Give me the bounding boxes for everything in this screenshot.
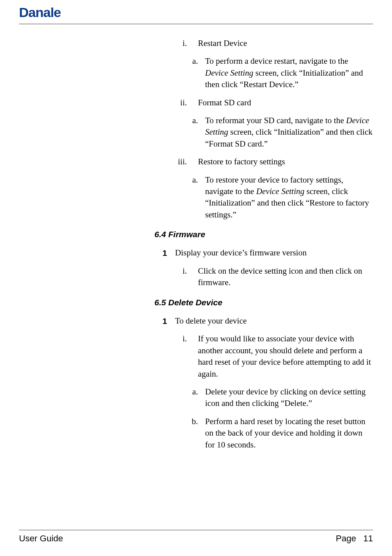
substep-delete-b: b. Perform a hard reset by locating the … — [154, 416, 373, 451]
page-label: Page — [336, 533, 356, 543]
list-marker: a. — [154, 174, 205, 221]
list-marker: 1 — [154, 247, 175, 259]
substep-delete-a: a. Delete your device by clicking on dev… — [154, 386, 373, 409]
page-number: 11 — [363, 533, 373, 543]
page-footer: User Guide Page 11 — [19, 530, 373, 545]
text-pre: To reformat your SD card, navigate to th… — [205, 116, 346, 125]
document-body: i. Restart Device a. To perform a device… — [154, 38, 373, 457]
text-pre: To perform a device restart, navigate to… — [205, 56, 348, 66]
text-italic: Device Setting — [256, 187, 304, 196]
list-text: Restart Device — [198, 38, 373, 49]
text-italic: Device Setting — [205, 68, 253, 78]
footer-left: User Guide — [19, 533, 63, 545]
list-text: Format SD card — [198, 97, 373, 109]
step-delete-1: 1 To delete your device — [154, 315, 373, 327]
list-marker: i. — [154, 265, 198, 289]
text-post: screen, click “Initialization” and then … — [205, 127, 373, 148]
substep-firmware-i: i. Click on the device setting icon and … — [154, 265, 373, 289]
list-marker: i. — [154, 38, 198, 49]
list-item-format-sd: ii. Format SD card — [154, 97, 373, 109]
brand-logo: Danale — [19, 3, 373, 22]
list-text: To restore your device to factory settin… — [205, 174, 373, 221]
heading-delete-device: 6.5 Delete Device — [154, 297, 373, 308]
list-marker: a. — [154, 115, 205, 150]
list-marker: ii. — [154, 97, 198, 109]
substep-restart-a: a. To perform a device restart, navigate… — [154, 55, 373, 90]
list-text: Perform a hard reset by locating the res… — [205, 416, 373, 451]
list-marker: a. — [154, 386, 205, 409]
list-text: To delete your device — [175, 315, 373, 327]
list-item-restart-device: i. Restart Device — [154, 38, 373, 49]
list-marker: iii. — [154, 156, 198, 168]
step-firmware-1: 1 Display your device’s firmware version — [154, 247, 373, 259]
substep-delete-i: i. If you would like to associate your d… — [154, 333, 373, 380]
list-text: Delete your device by clicking on device… — [205, 386, 373, 409]
list-text: Display your device’s firmware version — [175, 247, 373, 259]
list-text: Restore to factory settings — [198, 156, 373, 168]
list-marker: a. — [154, 55, 205, 90]
substep-restore-a: a. To restore your device to factory set… — [154, 174, 373, 221]
list-marker: 1 — [154, 315, 175, 327]
heading-firmware: 6.4 Firmware — [154, 228, 373, 240]
list-marker: i. — [154, 333, 198, 380]
list-text: To perform a device restart, navigate to… — [205, 55, 373, 90]
list-marker: b. — [154, 416, 205, 451]
list-text: If you would like to associate your devi… — [198, 333, 373, 380]
footer-right: Page 11 — [336, 533, 373, 545]
list-text: To reformat your SD card, navigate to th… — [205, 115, 373, 150]
list-text: Click on the device setting icon and the… — [198, 265, 373, 289]
list-item-factory-restore: iii. Restore to factory settings — [154, 156, 373, 168]
page-header: Danale — [19, 0, 373, 24]
substep-format-a: a. To reformat your SD card, navigate to… — [154, 115, 373, 150]
